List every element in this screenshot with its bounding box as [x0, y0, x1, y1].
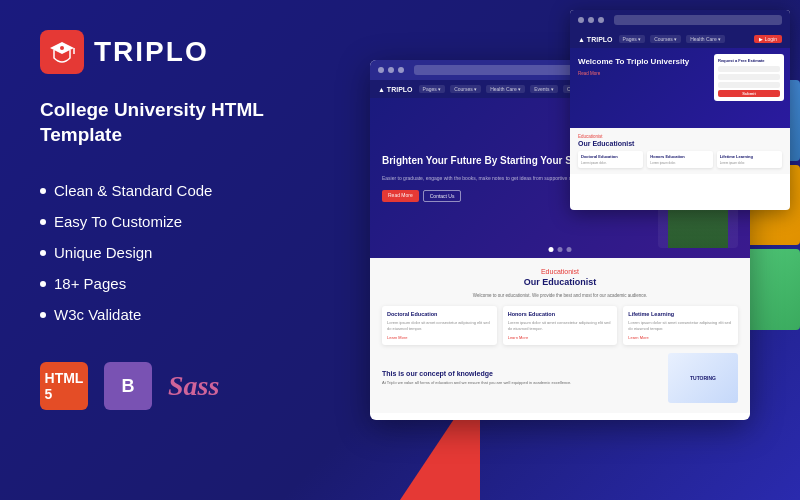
- form-submit-label: Submit: [742, 91, 756, 96]
- browser-content-area: Educationist Our Educationist Welcome to…: [370, 258, 750, 413]
- main-nav-events: Events ▾: [530, 85, 558, 93]
- feature-item-5: W3c Validate: [40, 299, 320, 330]
- concept-image: TUTORING: [668, 353, 738, 403]
- card-text-1: Lorem ipsum dolor sit amet consectetur a…: [387, 320, 492, 332]
- card-text-2: Lorem ipsum dolor sit amet consectetur a…: [508, 320, 613, 332]
- nav-login-btn[interactable]: ▶ Login: [754, 35, 782, 43]
- url-bar: [614, 15, 782, 25]
- logo-area: TRIPLO: [40, 30, 320, 74]
- main-nav-health: Health Care ▾: [486, 85, 525, 93]
- estimate-form: Request a Free Estimate Submit: [714, 54, 784, 101]
- bootstrap-label: B: [122, 376, 135, 397]
- secondary-hero: Welcome To Triplo University Read More R…: [570, 48, 790, 128]
- sec-card-title-3: Lifetime Learning: [720, 154, 779, 159]
- dot-active[interactable]: [549, 247, 554, 252]
- card-text-3: Lorem ipsum dolor sit amet consectetur a…: [628, 320, 733, 332]
- nav-item-courses: Courses ▾: [650, 35, 681, 43]
- bootstrap-badge: B: [104, 362, 152, 410]
- html5-badge: HTML5: [40, 362, 88, 410]
- browser-secondary-bar: [570, 10, 790, 30]
- svg-point-1: [60, 46, 64, 50]
- feature-item-3: Unique Design: [40, 237, 320, 268]
- content-section-label: Educationist: [382, 268, 738, 275]
- edu-card-3: Lifetime Learning Lorem ipsum dolor sit …: [623, 306, 738, 345]
- hero-contact-btn[interactable]: Contact Us: [423, 190, 462, 202]
- sec-card-1: Doctoral Education Lorem ipsum dolor.: [578, 151, 643, 168]
- browser-secondary: ▲ TRIPLO Pages ▾ Courses ▾ Health Care ▾…: [570, 10, 790, 210]
- left-panel: TRIPLO College University HTML Template …: [0, 0, 360, 500]
- feature-item-2: Easy To Customize: [40, 206, 320, 237]
- dot-2: [588, 17, 594, 23]
- mdot-2: [388, 67, 394, 73]
- form-title: Request a Free Estimate: [718, 58, 780, 63]
- sec-card-text-1: Lorem ipsum dolor.: [581, 161, 640, 165]
- page-subtitle: College University HTML Template: [40, 98, 320, 147]
- form-field-3[interactable]: [718, 82, 780, 88]
- concept-title: This is our concept of knowledge: [382, 370, 660, 377]
- edu-cards-row: Doctoral Education Lorem ipsum dolor sit…: [382, 306, 738, 345]
- nav-item-health: Health Care ▾: [686, 35, 725, 43]
- tech-badges: HTML5 B Sass: [40, 362, 320, 410]
- mdot-1: [378, 67, 384, 73]
- form-field-1[interactable]: [718, 66, 780, 72]
- sec-main-title: Our Educationist: [578, 140, 782, 147]
- nav-items: Pages ▾ Courses ▾ Health Care ▾: [619, 35, 726, 43]
- card-title-2: Honors Education: [508, 311, 613, 317]
- dot-3: [598, 17, 604, 23]
- hero-read-more-btn[interactable]: Read More: [382, 190, 419, 202]
- form-submit-btn[interactable]: Submit: [718, 90, 780, 97]
- secondary-content: Educationist Our Educationist Doctoral E…: [570, 128, 790, 174]
- logo-icon: [40, 30, 84, 74]
- sec-section-label: Educationist: [578, 134, 782, 139]
- edu-card-2: Honors Education Lorem ipsum dolor sit a…: [503, 306, 618, 345]
- browser-secondary-nav: ▲ TRIPLO Pages ▾ Courses ▾ Health Care ▾…: [570, 30, 790, 48]
- sass-label: Sass: [168, 370, 219, 402]
- concept-text: This is our concept of knowledge At Trip…: [382, 370, 660, 386]
- concept-desc: At Triplo we value all forms of educatio…: [382, 380, 660, 386]
- slider-dots: [549, 247, 572, 252]
- dot-3[interactable]: [567, 247, 572, 252]
- feature-item-4: 18+ Pages: [40, 268, 320, 299]
- card-title-1: Doctoral Education: [387, 311, 492, 317]
- logo-text: TRIPLO: [94, 36, 209, 68]
- main-nav-logo: ▲ TRIPLO: [378, 86, 413, 93]
- sec-card-title-2: Honors Education: [650, 154, 709, 159]
- nav-item-pages: Pages ▾: [619, 35, 646, 43]
- dot-2[interactable]: [558, 247, 563, 252]
- html5-label: HTML5: [45, 370, 84, 402]
- edu-card-1: Doctoral Education Lorem ipsum dolor sit…: [382, 306, 497, 345]
- content-description: Welcome to our educationist. We provide …: [382, 293, 738, 298]
- feature-item-1: Clean & Standard Code: [40, 175, 320, 206]
- card-link-2[interactable]: Learn More: [508, 335, 613, 340]
- card-link-3[interactable]: Learn More: [628, 335, 733, 340]
- sass-badge: Sass: [168, 366, 219, 406]
- concept-row: This is our concept of knowledge At Trip…: [382, 353, 738, 403]
- sec-card-2: Honors Education Lorem ipsum dolor.: [647, 151, 712, 168]
- mdot-3: [398, 67, 404, 73]
- main-nav-pages: Pages ▾: [419, 85, 446, 93]
- graduation-cap-icon: [48, 38, 76, 66]
- sec-card-text-2: Lorem ipsum dolor.: [650, 161, 709, 165]
- nav-logo: ▲ TRIPLO: [578, 36, 613, 43]
- card-link-1[interactable]: Learn More: [387, 335, 492, 340]
- form-field-2[interactable]: [718, 74, 780, 80]
- sec-cards-row: Doctoral Education Lorem ipsum dolor. Ho…: [578, 151, 782, 168]
- right-panel: ▲ TRIPLO Pages ▾ Courses ▾ Health Care ▾…: [360, 0, 800, 500]
- content-main-title: Our Educationist: [382, 277, 738, 287]
- main-nav-courses: Courses ▾: [450, 85, 481, 93]
- card-title-3: Lifetime Learning: [628, 311, 733, 317]
- sec-card-title-1: Doctoral Education: [581, 154, 640, 159]
- sec-card-text-3: Lorem ipsum dolor.: [720, 161, 779, 165]
- dot-1: [578, 17, 584, 23]
- feature-list: Clean & Standard Code Easy To Customize …: [40, 175, 320, 330]
- sec-card-3: Lifetime Learning Lorem ipsum dolor.: [717, 151, 782, 168]
